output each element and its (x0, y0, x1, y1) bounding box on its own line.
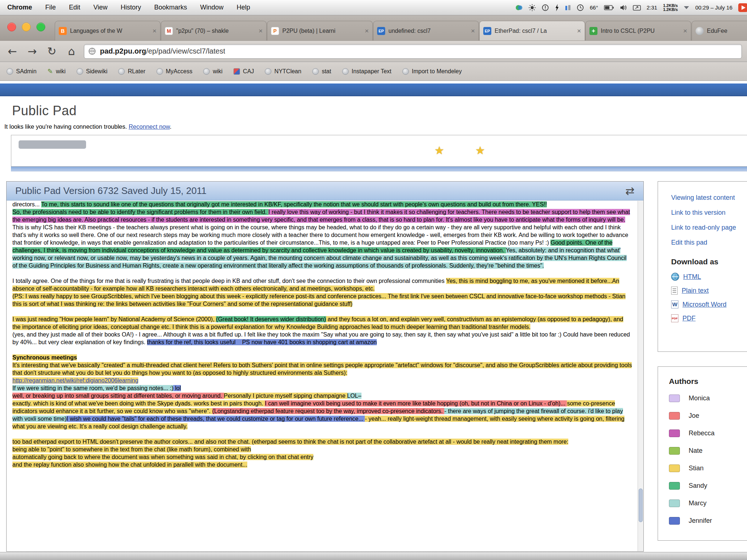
tab-strip: BLanguages of the W×M"p2pu" (70) – shakl… (0, 15, 747, 41)
download-microsoft-word-link[interactable]: Microsoft Word (671, 300, 747, 308)
menu-item-file[interactable]: File (45, 4, 56, 11)
star-icon[interactable]: ★ (434, 144, 444, 157)
pad-text-segment: (Great book! It deserves wider distribut… (216, 316, 326, 322)
pad-content[interactable]: directors... To me, this starts to sound… (7, 201, 638, 551)
bookmark-label: SAdmin (16, 68, 36, 75)
menu-item-window[interactable]: Window (200, 4, 224, 11)
menu-item-history[interactable]: History (121, 4, 141, 11)
star-icon[interactable]: ★ (475, 144, 485, 157)
bookmark-item[interactable]: ✎wiki (47, 68, 66, 75)
home-button[interactable]: ⌂ (64, 45, 79, 58)
battery-icon[interactable] (604, 5, 614, 10)
clock-icon[interactable] (577, 4, 584, 11)
sidebar-link-edit-this-pad[interactable]: Edit this pad (671, 239, 747, 246)
pad-document-panel: Public Pad Version 6732 Saved July 15, 2… (6, 181, 644, 552)
update-icon[interactable] (542, 4, 549, 11)
reconnect-link[interactable]: Reconnect now (129, 123, 170, 130)
pdf-icon (671, 314, 678, 322)
pad-paragraph: I was just reading "How people learn" by… (12, 315, 632, 331)
share-icon[interactable] (633, 4, 641, 11)
pad-text-segment: (Longstanding etherpad feature request t… (212, 408, 445, 414)
favicon-icon (77, 68, 83, 75)
bookmark-item[interactable]: SAdmin (7, 68, 36, 75)
pad-text-segment: I wish we could have "tails" for each of… (66, 416, 365, 422)
menu-item-bookmarks[interactable]: Bookmarks (154, 4, 187, 11)
bookmark-item[interactable]: CAJ (233, 68, 254, 75)
bookmark-item[interactable]: Instapaper Text (342, 68, 391, 75)
input-source-icon[interactable] (565, 4, 571, 11)
tab-title: undefined: cscl7 (388, 28, 468, 34)
screencast-icon[interactable] (515, 4, 523, 11)
menu-app-name[interactable]: Chrome (7, 4, 32, 11)
pad-text-segment: This is why ICS has their KB meetings - … (12, 224, 628, 246)
close-window-button[interactable] (7, 23, 16, 31)
menu-item-view[interactable]: View (93, 4, 108, 11)
connection-notice: It looks like you're having connection t… (4, 123, 171, 130)
menu-item-help[interactable]: Help (237, 4, 250, 11)
notice-period: . (170, 123, 172, 130)
author-color-swatch (669, 412, 680, 420)
menu-item-edit[interactable]: Edit (69, 4, 80, 11)
pad-toolbar: ★ ★ (11, 135, 747, 167)
sun-icon[interactable] (529, 4, 536, 11)
author-color-swatch (669, 447, 680, 455)
pencil-icon: ✎ (47, 68, 53, 75)
bookmark-item[interactable]: Sidewiki (77, 68, 108, 75)
url-domain: pad.p2pu.org (100, 47, 146, 55)
address-bar[interactable]: pad.p2pu.org/ep/pad/view/cscl7/latest (84, 44, 742, 59)
favicon-icon (402, 68, 409, 75)
bolt-icon[interactable] (555, 4, 559, 11)
pad-hyperlink[interactable]: http://reganmian.net/wiki/ref:digiano200… (12, 377, 138, 384)
etherpad-favicon-icon: EP (377, 27, 385, 35)
author-name: Jennifer (689, 517, 712, 525)
download-pdf-link[interactable]: PDF (671, 314, 747, 322)
pad-text-segment: So, the professionals need to be able to… (12, 209, 268, 215)
favicon-icon (342, 68, 349, 75)
sidebar-link-viewing-latest-content[interactable]: Viewing latest content (671, 194, 747, 202)
pad-scrollbar-thumb[interactable] (639, 489, 643, 522)
download-plain-text-link[interactable]: Plain text (671, 287, 747, 295)
bookmark-item[interactable]: Import to Mendeley (402, 68, 462, 75)
pad-scrollbar[interactable] (638, 201, 643, 551)
author-row: Sandy (669, 482, 747, 490)
bookmark-label: CAJ (243, 68, 254, 75)
swap-arrows-icon[interactable]: ⇄ (626, 184, 635, 197)
browser-tab[interactable]: +Intro to CSCL (P2PU× (585, 21, 691, 40)
browser-tab[interactable]: PP2PU (beta) | Learni× (267, 21, 373, 40)
tab-close-button[interactable]: × (152, 27, 156, 34)
bookmark-label: wiki (56, 68, 66, 75)
bookmark-item[interactable]: NYTClean (265, 68, 301, 75)
tab-close-button[interactable]: × (259, 27, 263, 34)
forward-button[interactable]: → (25, 45, 39, 58)
author-color-swatch (669, 394, 680, 402)
pad-paragraph: Synchronous meetings (12, 354, 632, 361)
pad-paragraph (12, 308, 632, 315)
record-badge-icon[interactable] (738, 3, 747, 12)
sidebar-link-link-to-this-version[interactable]: Link to this version (671, 209, 747, 217)
chevron-down-icon[interactable] (684, 6, 689, 9)
back-button[interactable]: ← (5, 45, 20, 58)
volume-icon[interactable] (620, 4, 627, 11)
bookmark-item[interactable]: stat (312, 68, 331, 75)
tab-close-button[interactable]: × (471, 27, 475, 34)
tab-close-button[interactable]: × (683, 27, 687, 34)
bookmark-item[interactable]: MyAccess (156, 68, 193, 75)
bookmark-item[interactable]: wiki (203, 68, 222, 75)
browser-tab[interactable]: EduFee× (692, 21, 747, 40)
download-html-link[interactable]: HTML (671, 273, 747, 281)
bookmark-item[interactable]: RLater (118, 68, 145, 75)
author-name: Monica (689, 394, 710, 402)
sidebar-link-link-to-read-only-page[interactable]: Link to read-only page (671, 224, 747, 232)
tab-close-button[interactable]: × (577, 27, 581, 34)
tab-close-button[interactable]: × (365, 27, 369, 34)
browser-tab[interactable]: BLanguages of the W× (55, 21, 160, 40)
globe-icon (671, 273, 679, 281)
minimize-window-button[interactable] (22, 23, 31, 31)
browser-tab[interactable]: EPEtherPad: cscl7 / La× (479, 21, 585, 40)
zoom-window-button[interactable] (36, 23, 45, 31)
browser-tab[interactable]: M"p2pu" (70) – shakle× (161, 21, 267, 40)
pad-text-segment: exactly. which is kind of what we've bee… (12, 400, 265, 407)
browser-tab[interactable]: EPundefined: cscl7× (373, 21, 479, 40)
bookmarks-bar: SAdmin✎wikiSidewikiRLaterMyAccesswikiCAJ… (0, 62, 747, 81)
reload-button[interactable]: ↻ (44, 45, 59, 58)
